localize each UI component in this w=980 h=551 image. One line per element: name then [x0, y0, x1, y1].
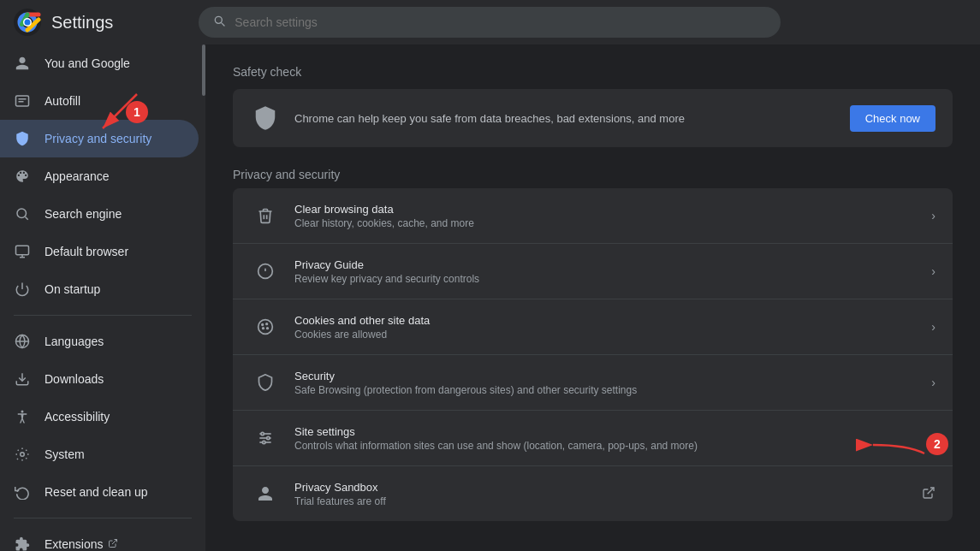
- privacy-guide-icon: [250, 256, 281, 287]
- svg-rect-9: [16, 246, 29, 255]
- privacy-sandbox-external-icon: [922, 486, 935, 502]
- sidebar-label-default-browser: Default browser: [45, 245, 128, 258]
- search-icon: [212, 14, 226, 31]
- svg-point-30: [266, 323, 268, 325]
- cookies-desc: Cookies are allowed: [294, 329, 931, 341]
- svg-point-32: [267, 328, 269, 329]
- history-icon: [14, 483, 31, 501]
- safety-check-description: Chrome can help keep you safe from data …: [294, 112, 850, 125]
- sidebar-item-reset[interactable]: Reset and clean up: [0, 473, 199, 511]
- power-icon: [14, 281, 31, 298]
- svg-point-7: [17, 209, 27, 218]
- sidebar-label-accessibility: Accessibility: [45, 410, 110, 424]
- layout: You and Google Autofill Privacy and secu…: [0, 44, 980, 551]
- sidebar-label-reset: Reset and clean up: [45, 485, 148, 499]
- sidebar-label-you-and-google: You and Google: [45, 56, 130, 70]
- settings-item-privacy-guide[interactable]: Privacy Guide Review key privacy and sec…: [233, 244, 953, 299]
- sidebar-item-search-engine[interactable]: Search engine: [0, 195, 199, 233]
- security-content: Security Safe Browsing (protection from …: [294, 370, 931, 396]
- sidebar-label-search-engine: Search engine: [45, 207, 122, 221]
- privacy-sandbox-title: Privacy Sandbox: [294, 481, 922, 494]
- security-desc: Safe Browsing (protection from dangerous…: [294, 384, 931, 396]
- sidebar-item-appearance[interactable]: Appearance: [0, 157, 199, 195]
- check-now-button[interactable]: Check now: [850, 105, 935, 132]
- sidebar: You and Google Autofill Privacy and secu…: [0, 44, 205, 551]
- svg-point-31: [263, 328, 264, 329]
- badge-icon: [14, 92, 31, 110]
- cookies-content: Cookies and other site data Cookies are …: [294, 314, 931, 341]
- sidebar-item-you-and-google[interactable]: You and Google: [0, 44, 199, 82]
- sidebar-label-on-startup: On startup: [45, 282, 100, 296]
- clear-browsing-content: Clear browsing data Clear history, cooki…: [294, 203, 931, 229]
- settings-item-privacy-sandbox[interactable]: Privacy Sandbox Trial features are off: [233, 466, 953, 521]
- clear-browsing-title: Clear browsing data: [294, 203, 931, 216]
- privacy-guide-desc: Review key privacy and security controls: [294, 273, 931, 285]
- site-settings-desc: Controls what information sites can use …: [294, 440, 931, 452]
- main-content: Safety check Chrome can help keep you sa…: [205, 44, 980, 551]
- site-settings-content: Site settings Controls what information …: [294, 425, 931, 452]
- sidebar-item-extensions[interactable]: Extensions: [0, 525, 199, 551]
- settings-title: Settings: [51, 13, 113, 33]
- shield-active-icon: [14, 130, 31, 147]
- svg-point-29: [262, 324, 264, 326]
- sidebar-label-extensions: Extensions: [45, 537, 103, 551]
- external-link-icon: [108, 538, 118, 551]
- sidebar-item-system[interactable]: System: [0, 435, 199, 473]
- svg-point-36: [261, 432, 264, 435]
- sidebar-item-accessibility[interactable]: Accessibility: [0, 398, 199, 435]
- privacy-guide-title: Privacy Guide: [294, 258, 931, 271]
- sidebar-item-privacy-and-security[interactable]: Privacy and security: [0, 120, 199, 157]
- sidebar-item-languages[interactable]: Languages: [0, 323, 199, 360]
- system-icon: [14, 446, 31, 463]
- settings-item-site-settings[interactable]: Site settings Controls what information …: [233, 411, 953, 466]
- privacy-guide-arrow: ›: [931, 264, 935, 278]
- monitor-icon: [14, 243, 31, 260]
- safety-shield-icon: [250, 103, 281, 133]
- accessibility-icon: [14, 408, 31, 425]
- settings-item-cookies[interactable]: Cookies and other site data Cookies are …: [233, 299, 953, 355]
- sidebar-item-on-startup[interactable]: On startup: [0, 270, 199, 308]
- sidebar-label-languages: Languages: [45, 335, 104, 348]
- svg-point-3: [25, 20, 31, 26]
- trash-icon: [250, 200, 281, 231]
- privacy-sandbox-desc: Trial features are off: [294, 495, 922, 507]
- privacy-guide-content: Privacy Guide Review key privacy and sec…: [294, 258, 931, 285]
- search-engine-icon: [14, 205, 31, 222]
- sidebar-item-default-browser[interactable]: Default browser: [0, 233, 199, 270]
- privacy-settings-list: Clear browsing data Clear history, cooki…: [233, 188, 953, 521]
- svg-point-17: [21, 453, 25, 457]
- security-shield-icon: [250, 367, 281, 398]
- cookie-icon: [250, 311, 281, 342]
- sidebar-divider-1: [14, 315, 192, 316]
- sidebar-label-autofill: Autofill: [45, 94, 80, 108]
- svg-point-37: [267, 436, 270, 439]
- safety-check-card: Chrome can help keep you safe from data …: [233, 89, 953, 147]
- clear-browsing-arrow: ›: [931, 209, 935, 222]
- sidebar-scrollbar[interactable]: [202, 44, 205, 96]
- cookies-arrow: ›: [931, 320, 935, 334]
- header: Settings: [0, 0, 980, 44]
- search-input[interactable]: [235, 15, 767, 29]
- sidebar-item-autofill[interactable]: Autofill: [0, 82, 199, 120]
- security-arrow: ›: [931, 376, 935, 389]
- settings-item-security[interactable]: Security Safe Browsing (protection from …: [233, 355, 953, 411]
- svg-line-39: [928, 488, 934, 494]
- svg-point-28: [258, 320, 273, 335]
- settings-item-clear-browsing[interactable]: Clear browsing data Clear history, cooki…: [233, 188, 953, 244]
- privacy-section-title: Privacy and security: [233, 168, 953, 181]
- globe-icon: [14, 333, 31, 350]
- chrome-logo-icon: [14, 9, 41, 36]
- puzzle-icon: [14, 536, 31, 551]
- svg-point-38: [263, 441, 265, 443]
- sliders-icon: [250, 423, 281, 453]
- search-bar[interactable]: [199, 7, 781, 38]
- sidebar-label-privacy: Privacy and security: [45, 132, 151, 145]
- sidebar-item-downloads[interactable]: Downloads: [0, 360, 199, 398]
- svg-line-18: [112, 539, 117, 544]
- sidebar-label-appearance: Appearance: [45, 169, 110, 183]
- site-settings-title: Site settings: [294, 425, 931, 438]
- sidebar-label-downloads: Downloads: [45, 372, 104, 386]
- cookies-title: Cookies and other site data: [294, 314, 931, 327]
- sidebar-label-system: System: [45, 447, 85, 461]
- person-off-icon: [250, 478, 281, 509]
